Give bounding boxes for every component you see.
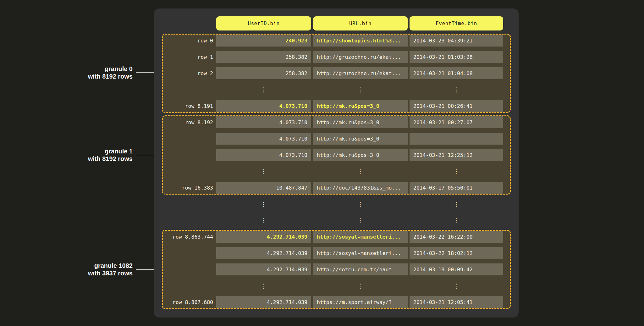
row-label [163, 280, 216, 292]
annotation-line: with 8192 rows [88, 155, 133, 163]
column-header-eventtime: EventTime.bin [410, 16, 503, 30]
userid-cell: 258.382 [216, 51, 311, 63]
ellipsis-marker: ⋮ [313, 280, 408, 292]
eventtime-cell [410, 133, 503, 145]
table-row: row 8.1914.073.710http://mk.ru&pos=3_020… [163, 100, 510, 112]
granule-1-annotation: granule 1 with 8192 rows [38, 147, 161, 163]
column-header-url: URL.bin [313, 16, 408, 30]
granule-0-annotation: granule 0 with 8192 rows [38, 64, 161, 81]
userid-cell: 4.073.710 [216, 133, 311, 145]
ellipsis-marker: ⋮ [410, 84, 503, 96]
userid-cell: 4.073.710 [216, 116, 311, 128]
url-cell: http://mk.ru&pos=3_0 [313, 116, 408, 128]
url-cell: http://gruzochno.ru/ekat... [313, 67, 408, 79]
eventtime-cell: 2014-03-21 01:03:28 [410, 51, 503, 63]
eventtime-cell: 2014-03-21 00:27:07 [410, 116, 503, 128]
table-row: row 8.1924.073.710http://mk.ru&pos=3_020… [163, 116, 510, 128]
eventtime-cell: 2014-03-21 12:05:41 [410, 296, 503, 308]
url-cell: http://gruzochno.ru/ekat... [313, 51, 408, 63]
userid-cell: 4.292.714.039 [216, 296, 311, 308]
row-label: row 16.383 [163, 182, 216, 194]
eventtime-cell: 2014-03-19 00:09:42 [410, 263, 503, 275]
table-row: row 8.863.7444.292.714.039http://sosyal-… [163, 231, 510, 243]
eventtime-cell: 2014-03-21 12:25:12 [410, 149, 503, 161]
ellipsis-row: ⋮⋮⋮ [163, 84, 510, 96]
row-label: row 1 [163, 51, 216, 63]
userid-cell: 240.923 [216, 35, 311, 47]
ellipsis-marker: ⋮ [410, 280, 503, 292]
table-row: 4.073.710http://mk.ru&pos=3_02014-03-21 … [163, 149, 510, 161]
ellipsis-row: ⋮⋮⋮ [163, 280, 510, 292]
userid-cell: 258.382 [216, 67, 311, 79]
between-granules-ellipsis: ⋮⋮⋮⋮⋮⋮ [162, 195, 511, 230]
annotation-line: granule 0 [88, 65, 133, 73]
row-label: row 8.867.680 [163, 296, 216, 308]
userid-cell: 4.292.714.039 [216, 231, 311, 243]
row-label: row 2 [163, 67, 216, 79]
row-label [163, 247, 216, 259]
row-label [163, 165, 216, 177]
ellipsis-marker: ⋮ [216, 198, 311, 210]
url-cell: http://sozcu.com.tr/oaut [313, 263, 408, 275]
eventtime-cell: 2014-03-22 16:22:00 [410, 231, 503, 243]
userid-cell: 4.292.714.039 [216, 247, 311, 259]
ellipsis-marker: ⋮ [410, 165, 503, 177]
eventtime-cell: 2014-03-23 04:39:21 [410, 35, 503, 47]
userid-cell: 4.073.710 [216, 149, 311, 161]
granule-0-annotation-text: granule 0 with 8192 rows [88, 65, 133, 80]
ellipsis-row: ⋮⋮⋮ [163, 198, 510, 210]
column-header-userid: UserID.bin [216, 16, 311, 30]
url-cell: http://sosyal-mansetleri... [313, 231, 408, 243]
ellipsis-marker: ⋮ [410, 214, 503, 226]
row-label [163, 214, 216, 226]
row-label [163, 263, 216, 275]
row-label [163, 198, 216, 210]
annotation-line: granule 1 [88, 147, 133, 155]
url-cell: http://mk.ru&pos=3_0 [313, 133, 408, 145]
table-row: row 2258.382http://gruzochno.ru/ekat...2… [163, 67, 510, 79]
granule-box-2: row 8.863.7444.292.714.039http://sosyal-… [162, 230, 511, 309]
table-row: row 0240.923http://showtopics.html%3...2… [163, 35, 510, 47]
ellipsis-marker: ⋮ [216, 84, 311, 96]
ellipsis-marker: ⋮ [216, 214, 311, 226]
userid-cell: 4.073.710 [216, 100, 311, 112]
ellipsis-row: ⋮⋮⋮ [163, 214, 510, 226]
row-label: row 0 [163, 35, 216, 47]
table-row: row 16.38310.487.847http://doc/1437831&i… [163, 182, 510, 194]
granule-1082-annotation: granule 1082 with 3937 rows [38, 261, 161, 278]
userid-cell: 4.292.714.039 [216, 263, 311, 275]
url-cell: http://mk.ru&pos=3_0 [313, 100, 408, 112]
url-cell: http://doc/1437831&is_mo... [313, 182, 408, 194]
url-cell: http://mk.ru&pos=3_0 [313, 149, 408, 161]
row-label: row 8.191 [163, 100, 216, 112]
row-label: row 8.863.744 [163, 231, 216, 243]
eventtime-cell: 2014-03-21 00:26:41 [410, 100, 503, 112]
url-cell: http://sosyal-mansetleri... [313, 247, 408, 259]
table-row: 4.292.714.039http://sozcu.com.tr/oaut201… [163, 263, 510, 275]
annotation-line: with 8192 rows [88, 73, 133, 80]
eventtime-cell: 2014-03-22 18:02:12 [410, 247, 503, 259]
table-row: row 1258.382http://gruzochno.ru/ekat...2… [163, 51, 510, 63]
annotation-line: with 3937 rows [88, 269, 133, 277]
url-cell: https://m.sport.airway/? [313, 296, 408, 308]
granule-1082-annotation-text: granule 1082 with 3937 rows [88, 262, 133, 277]
granule-1-annotation-text: granule 1 with 8192 rows [88, 147, 133, 163]
ellipsis-marker: ⋮ [313, 198, 408, 210]
ellipsis-marker: ⋮ [313, 214, 408, 226]
ellipsis-row: ⋮⋮⋮ [163, 165, 510, 177]
table-row: row 8.867.6804.292.714.039https://m.spor… [163, 296, 510, 308]
annotation-line: granule 1082 [88, 262, 133, 269]
eventtime-cell: 2014-03-17 05:50:01 [410, 182, 503, 194]
table-row: 4.292.714.039http://sosyal-mansetleri...… [163, 247, 510, 259]
row-label [163, 149, 216, 161]
granule-diagram: { "columns": ["UserID.bin", "URL.bin", "… [0, 0, 644, 326]
ellipsis-marker: ⋮ [313, 165, 408, 177]
granule-box-0: row 0240.923http://showtopics.html%3...2… [162, 34, 511, 113]
url-cell: http://showtopics.html%3... [313, 35, 408, 47]
userid-cell: 10.487.847 [216, 182, 311, 194]
ellipsis-marker: ⋮ [410, 198, 503, 210]
table-row: 4.073.710http://mk.ru&pos=3_0 [163, 133, 510, 145]
eventtime-cell: 2014-03-21 01:04:08 [410, 67, 503, 79]
diagram-panel: UserID.bin URL.bin EventTime.bin row 024… [154, 8, 519, 318]
ellipsis-marker: ⋮ [313, 84, 408, 96]
